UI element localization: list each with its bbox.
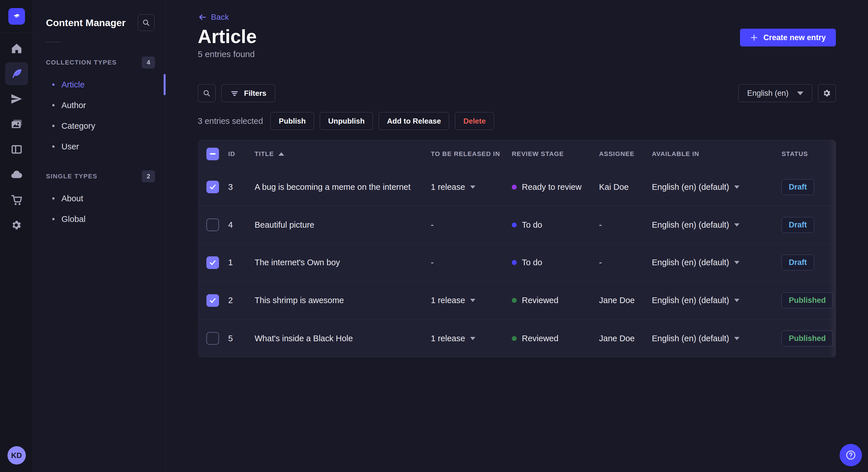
row-checkbox[interactable] — [206, 256, 219, 269]
plus-icon — [750, 34, 758, 42]
home-icon — [10, 42, 23, 55]
chevron-down-icon — [470, 337, 475, 340]
cell-status: Published — [782, 331, 836, 346]
stage-dot-icon — [512, 260, 517, 265]
select-all-checkbox[interactable] — [206, 148, 219, 160]
cell-release[interactable]: 1 release — [431, 182, 512, 192]
locale-select[interactable]: English (en) — [738, 84, 812, 102]
cell-id: 4 — [228, 220, 255, 230]
marketplace-cart-icon — [10, 194, 23, 206]
help-button[interactable] — [840, 444, 862, 466]
cell-title: A bug is becoming a meme on the internet — [255, 182, 431, 192]
delete-button[interactable]: Delete — [455, 112, 494, 130]
column-header-id[interactable]: ID — [228, 150, 255, 158]
single-types-label: SINGLE TYPES — [46, 173, 97, 180]
single-types-count-badge: 2 — [142, 170, 155, 182]
cell-release[interactable]: - — [431, 220, 512, 230]
cell-available-in[interactable]: English (en) (default) — [652, 182, 782, 192]
cell-available-in[interactable]: English (en) (default) — [652, 220, 782, 230]
unpublish-button[interactable]: Unpublish — [320, 112, 373, 130]
cell-assignee: - — [599, 258, 652, 267]
stage-dot-icon — [512, 336, 517, 341]
table-body: 3 A bug is becoming a meme on the intern… — [198, 168, 836, 357]
status-badge: Draft — [782, 255, 814, 270]
cell-title: What's inside a Black Hole — [255, 334, 431, 343]
sidebar-item-global[interactable]: Global — [33, 209, 165, 229]
cell-release[interactable]: 1 release — [431, 334, 512, 343]
sidebar-item-author[interactable]: Author — [33, 95, 165, 115]
table-row[interactable]: 5 What's inside a Black Hole 1 release R… — [198, 319, 836, 357]
table-header-row: ID TITLE TO BE RELEASED IN REVIEW STAGE … — [198, 140, 836, 168]
row-checkbox[interactable] — [206, 181, 219, 193]
sidebar-item-label: Author — [61, 101, 86, 110]
cell-id: 2 — [228, 296, 255, 305]
sidebar-nav-content-type-builder[interactable] — [5, 138, 28, 161]
add-to-release-button[interactable]: Add to Release — [379, 112, 449, 130]
content-manager-sidebar: Content Manager COLLECTION TYPES 4 Artic… — [33, 0, 166, 472]
content-builder-icon — [10, 143, 23, 156]
view-settings-button[interactable] — [818, 84, 836, 102]
cell-title: The internet's Own boy — [255, 258, 431, 267]
user-avatar[interactable]: KD — [7, 446, 26, 465]
sidebar-item-article[interactable]: Article — [33, 74, 165, 95]
table-row[interactable]: 1 The internet's Own boy - To do - Engli… — [198, 244, 836, 282]
cell-assignee: Kai Doe — [599, 182, 652, 192]
sidebar-nav-media-library[interactable] — [5, 113, 28, 136]
sidebar-nav-cloud[interactable] — [5, 163, 28, 186]
sidebar-search-button[interactable] — [138, 14, 154, 31]
strapi-logo[interactable] — [8, 8, 25, 25]
sidebar-item-user[interactable]: User — [33, 136, 165, 157]
column-header-stage[interactable]: REVIEW STAGE — [512, 150, 599, 158]
status-badge: Draft — [782, 179, 814, 195]
sidebar-item-category[interactable]: Category — [33, 115, 165, 136]
sidebar-item-about[interactable]: About — [33, 188, 165, 209]
cell-available-in[interactable]: English (en) (default) — [652, 296, 782, 305]
check-icon — [209, 259, 217, 267]
cell-release[interactable]: 1 release — [431, 296, 512, 305]
column-header-available[interactable]: AVAILABLE IN — [652, 150, 782, 158]
column-header-status[interactable]: STATUS — [782, 150, 836, 158]
column-header-assignee[interactable]: ASSIGNEE — [599, 150, 652, 158]
cell-title: This shrimp is awesome — [255, 296, 431, 305]
sidebar-nav-releases[interactable] — [5, 88, 28, 110]
table-row[interactable]: 2 This shrimp is awesome 1 release Revie… — [198, 281, 836, 319]
table-row[interactable]: 4 Beautiful picture - To do - English (e… — [198, 206, 836, 244]
bullet-icon — [52, 197, 55, 200]
column-header-release[interactable]: TO BE RELEASED IN — [431, 150, 512, 158]
cell-id: 1 — [228, 258, 255, 267]
cell-assignee: Jane Doe — [599, 334, 652, 343]
sidebar-nav-home[interactable] — [5, 37, 28, 60]
media-library-icon — [10, 118, 23, 131]
status-badge: Published — [782, 331, 833, 346]
sidebar-item-label: Global — [61, 214, 86, 224]
row-checkbox[interactable] — [206, 332, 219, 345]
cell-release[interactable]: - — [431, 258, 512, 267]
table-row[interactable]: 3 A bug is becoming a meme on the intern… — [198, 168, 836, 206]
search-icon — [203, 89, 211, 98]
column-header-title[interactable]: TITLE — [255, 150, 431, 158]
chevron-down-icon — [734, 299, 739, 302]
cell-status: Published — [782, 293, 836, 308]
back-arrow-icon — [198, 12, 207, 22]
cell-available-in[interactable]: English (en) (default) — [652, 258, 782, 267]
sidebar-item-label: Article — [61, 80, 85, 90]
sidebar-nav-content-manager[interactable] — [5, 62, 28, 85]
chevron-down-icon — [797, 92, 803, 95]
create-new-entry-label: Create new entry — [763, 33, 826, 42]
back-link[interactable]: Back — [198, 12, 229, 22]
sidebar-nav-settings[interactable] — [5, 214, 28, 237]
table-search-button[interactable] — [198, 84, 216, 102]
cell-status: Draft — [782, 179, 836, 195]
cell-available-in[interactable]: English (en) (default) — [652, 334, 782, 343]
sidebar-nav-marketplace[interactable] — [5, 189, 28, 211]
row-checkbox[interactable] — [206, 294, 219, 307]
row-checkbox[interactable] — [206, 218, 219, 231]
gear-icon — [822, 88, 832, 98]
feather-icon — [10, 67, 23, 80]
cell-review-stage: Reviewed — [512, 296, 599, 305]
create-new-entry-button[interactable]: Create new entry — [740, 29, 836, 46]
filters-button[interactable]: Filters — [221, 84, 275, 102]
page-title: Article — [198, 26, 257, 46]
chevron-down-icon — [734, 261, 739, 264]
publish-button[interactable]: Publish — [270, 112, 314, 130]
